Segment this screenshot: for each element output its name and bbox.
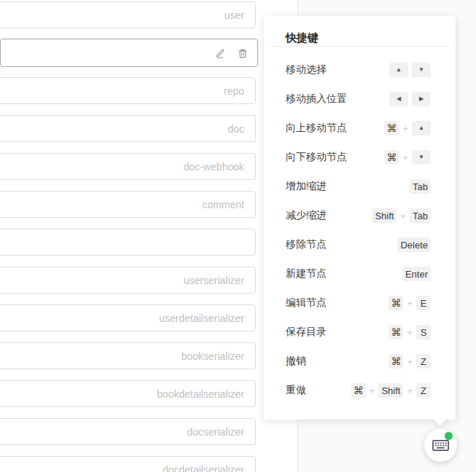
list-item[interactable]: bookserializer xyxy=(0,342,256,369)
list-item[interactable]: userserializer xyxy=(0,267,256,294)
shortcut-label: 移除节点 xyxy=(286,238,327,251)
list-item-actions xyxy=(215,39,248,66)
list-item[interactable]: user xyxy=(0,1,256,28)
shortcut-row: 向上移动节点 ⌘+▲ xyxy=(286,114,431,143)
arrow-left-key: ◀ xyxy=(389,92,408,106)
plus-separator: + xyxy=(407,327,413,338)
key-shift: Shift xyxy=(372,208,397,223)
command-key: ⌘ xyxy=(389,354,403,369)
list-item[interactable]: docserializer xyxy=(0,418,256,445)
shortcut-label: 新建节点 xyxy=(286,267,327,280)
arrow-right-key: ▶ xyxy=(412,92,431,106)
shortcut-keys: ▲▼ xyxy=(389,63,431,77)
status-badge-dot xyxy=(445,432,453,440)
key-delete: Delete xyxy=(397,237,431,252)
shortcut-keys: ⌘+▼ xyxy=(384,150,431,165)
shortcut-row: 撤销 ⌘+Z xyxy=(286,347,431,376)
shortcut-row: 移动选择 ▲▼ xyxy=(286,55,431,84)
list-item-label: user xyxy=(225,9,255,21)
key-enter: Enter xyxy=(402,267,431,281)
shortcut-keys: Enter xyxy=(402,267,431,281)
shortcut-row: 移动插入位置 ◀▶ xyxy=(286,84,431,114)
command-key: ⌘ xyxy=(389,296,403,310)
list-item-label: userserializer xyxy=(184,275,255,286)
list-item-label: userdetailserializer xyxy=(159,312,255,324)
plus-separator: + xyxy=(402,152,408,163)
shortcut-row: 移除节点 Delete xyxy=(286,230,431,259)
shortcut-rows: 移动选择 ▲▼ 移动插入位置 ◀▶ 向上移动节点 ⌘+▲ 向下移动节点 ⌘+▼ … xyxy=(264,47,456,405)
shortcut-keys: ⌘+S xyxy=(389,325,431,339)
plus-separator: + xyxy=(402,123,408,134)
shortcut-label: 编辑节点 xyxy=(286,296,327,310)
shortcut-row: 向下移动节点 ⌘+▼ xyxy=(286,143,431,172)
shortcut-label: 减少缩进 xyxy=(286,209,327,222)
list-item-label: doc-webhook xyxy=(184,161,255,173)
list-item[interactable]: comment xyxy=(0,191,256,218)
command-key: ⌘ xyxy=(384,121,399,135)
shortcut-keys: Tab xyxy=(410,179,431,194)
keyboard-shortcuts-fab-button[interactable] xyxy=(424,429,457,462)
command-key: ⌘ xyxy=(384,150,399,165)
arrow-down-key: ▼ xyxy=(412,63,431,77)
list-item-label: docdetailserializer xyxy=(163,464,255,472)
key-e: E xyxy=(416,296,431,310)
shortcut-keys: Shift+Tab xyxy=(372,208,431,223)
list-item[interactable] xyxy=(0,229,256,256)
item-list: user repo doc doc-webhook comment xyxy=(0,0,297,472)
list-item[interactable]: userdetailserializer xyxy=(0,304,256,331)
shortcut-label: 保存目录 xyxy=(286,326,327,339)
command-key: ⌘ xyxy=(351,383,366,398)
list-item[interactable]: bookdetailserializer xyxy=(0,380,256,407)
key-shift: Shift xyxy=(378,383,403,398)
shortcut-keys: ⌘+▲ xyxy=(384,121,431,135)
shortcut-keys: ◀▶ xyxy=(389,92,431,106)
shortcut-label: 移动插入位置 xyxy=(286,93,347,106)
list-item[interactable]: doc-webhook xyxy=(0,153,256,180)
key-z: Z xyxy=(416,354,431,369)
popover-title: 快捷键 xyxy=(286,29,434,46)
key-tab: Tab xyxy=(410,179,431,194)
plus-separator: + xyxy=(407,298,413,309)
plus-separator: + xyxy=(370,385,375,396)
shortcut-label: 向上移动节点 xyxy=(286,122,347,135)
arrow-up-key: ▲ xyxy=(412,121,431,135)
arrow-down-key: ▼ xyxy=(412,150,431,165)
shortcut-row: 重做 ⌘+Shift+Z xyxy=(286,376,431,405)
shortcut-label: 增加缩进 xyxy=(286,180,327,193)
key-tab: Tab xyxy=(410,208,431,223)
shortcut-keys: ⌘+Z xyxy=(389,354,431,369)
plus-separator: + xyxy=(407,356,413,367)
list-item[interactable] xyxy=(0,39,258,67)
shortcut-keys: ⌘+E xyxy=(389,296,431,310)
shortcut-row: 新建节点 Enter xyxy=(286,259,431,288)
keyboard-icon xyxy=(432,439,449,452)
list-item[interactable]: repo xyxy=(0,77,256,104)
list-item-label: doc xyxy=(227,123,255,135)
list-item-label: docserializer xyxy=(187,426,255,438)
plus-separator: + xyxy=(407,385,413,396)
shortcut-row: 增加缩进 Tab xyxy=(286,172,431,201)
shortcut-row: 保存目录 ⌘+S xyxy=(286,318,431,347)
shortcut-label: 移动选择 xyxy=(286,63,327,76)
key-z: Z xyxy=(416,383,431,398)
shortcut-label: 重做 xyxy=(286,384,306,397)
list-item-label: bookserializer xyxy=(182,350,255,362)
shortcut-row: 编辑节点 ⌘+E xyxy=(286,288,431,318)
list-item-label: comment xyxy=(202,199,255,211)
list-item[interactable]: docdetailserializer xyxy=(0,456,256,472)
list-item[interactable]: doc xyxy=(0,115,256,142)
shortcut-keys: ⌘+Shift+Z xyxy=(351,383,431,398)
shortcut-keys: Delete xyxy=(397,237,431,252)
command-key: ⌘ xyxy=(389,325,403,339)
edit-pencil-icon[interactable] xyxy=(215,48,225,58)
shortcut-row: 减少缩进 Shift+Tab xyxy=(286,201,431,230)
trash-icon[interactable] xyxy=(238,48,248,58)
arrow-up-key: ▲ xyxy=(389,63,408,77)
shortcut-label: 撤销 xyxy=(286,355,306,368)
list-item-label: bookdetailserializer xyxy=(157,388,255,400)
list-item-label: repo xyxy=(224,85,255,97)
key-s: S xyxy=(416,325,431,339)
plus-separator: + xyxy=(400,211,406,221)
shortcut-label: 向下移动节点 xyxy=(286,151,347,164)
shortcuts-popover: 快捷键 移动选择 ▲▼ 移动插入位置 ◀▶ 向上移动节点 ⌘+▲ 向下移动节点 … xyxy=(264,16,456,420)
